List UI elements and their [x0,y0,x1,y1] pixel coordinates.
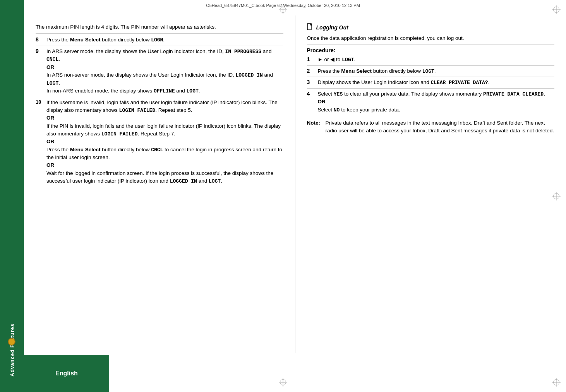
decorative-circle [8,338,15,346]
right-step-1-number: 1 [307,56,318,62]
right-step-4-number: 4 [307,91,318,97]
step-8: 8 Press the Menu Select button directly … [36,36,283,46]
right-step-4: 4 Select YES to clear all your private d… [307,90,555,115]
doc-icon [307,23,312,31]
reg-mark-tr [552,5,561,14]
section-title: Logging Out [316,24,348,31]
right-intro: Once the data application registration i… [307,34,555,45]
page-metadata: O5Head_6875947M01_C.book Page 62 Wednesd… [206,3,360,8]
right-step-1: 1 ► or ◀ to LOGT. [307,56,555,66]
reg-mark-br [552,378,561,387]
step-10-number: 10 [36,99,46,105]
step-9-content: In ARS server mode, the display shows th… [46,48,283,95]
section-heading: Logging Out [307,23,555,31]
step-10: 10 If the username is invalid, login fai… [36,99,283,187]
sidebar: Advanced Features [0,0,24,392]
right-step-1-content: ► or ◀ to LOGT. [318,56,555,64]
step-8-number: 8 [36,36,46,43]
note-label: Note: [307,119,322,127]
right-step-3-content: Display shows the User Login Indicator i… [318,79,555,87]
procedure-label: Procedure: [307,47,555,53]
intro-text: The maximum PIN length is 4 digits. The … [36,23,283,34]
left-column: The maximum PIN length is 4 digits. The … [24,15,295,353]
note-section: Note: Private data refers to all message… [307,119,555,135]
step-9-number: 9 [36,48,46,54]
english-label: English [24,355,109,392]
right-step-2-content: Press the Menu Select button directly be… [318,67,555,75]
right-step-4-content: Select YES to clear all your private dat… [318,90,555,114]
step-10-content: If the username is invalid, login fails … [46,99,283,185]
note-content: Private data refers to all messages in t… [326,119,555,135]
right-step-2: 2 Press the Menu Select button directly … [307,67,555,77]
right-step-3-number: 3 [307,79,318,85]
right-step-2-number: 2 [307,68,318,74]
main-content: The maximum PIN length is 4 digits. The … [24,15,566,353]
step-9: 9 In ARS server mode, the display shows … [36,48,283,97]
right-column: Logging Out Once the data application re… [295,15,566,353]
right-step-3: 3 Display shows the User Login Indicator… [307,79,555,89]
english-text: English [55,370,78,377]
sidebar-label: Advanced Features [9,324,15,377]
step-8-content: Press the Menu Select button directly be… [46,36,283,44]
reg-mark-bm [279,378,287,387]
